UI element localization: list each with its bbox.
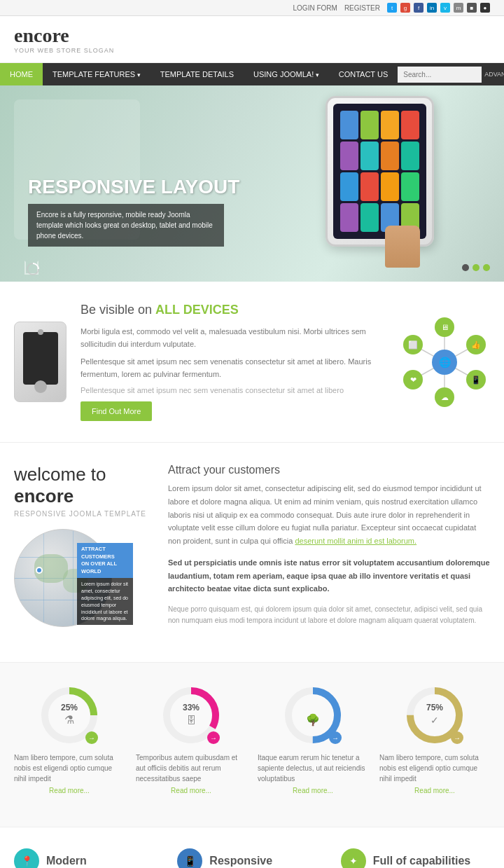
find-out-more-button[interactable]: Find Out More: [80, 401, 152, 421]
chart-readmore-1[interactable]: Read more...: [49, 787, 90, 794]
svg-text:33%: 33%: [183, 703, 200, 712]
donut-4: 75% ✓ →: [403, 684, 466, 747]
site-logo[interactable]: encore YOUR WEB STORE SLOGAN: [14, 25, 114, 54]
advanced-label[interactable]: ADVANCED: [482, 71, 504, 78]
chart-text-1: Nam libero tempore, cum soluta nobis est…: [14, 752, 125, 784]
feature-icon-3: ✦: [341, 848, 366, 868]
devices-text: Be visible on ALL DEVICES Morbi ligula e…: [80, 303, 385, 421]
feature-header-2: 📱 Responsive: [177, 848, 326, 868]
vimeo-icon[interactable]: v: [440, 3, 450, 13]
svg-text:25%: 25%: [61, 703, 78, 712]
feature-item-2: 📱 Responsive Lorem ipsum dolor sit amet,…: [177, 848, 326, 868]
hero-dot-2[interactable]: [472, 264, 479, 271]
devices-body2: Pellentesque sit amet ipsum nec sem vene…: [80, 356, 385, 380]
welcome-right: Attract your customers Lorem ipsum dolor…: [168, 464, 490, 641]
chart-item-3: 🌳 → Itaque earum rerum hic tenetur a sap…: [258, 684, 368, 794]
hero-description: Encore is a fully responsive, mobile rea…: [28, 204, 224, 247]
chart-readmore-2[interactable]: Read more...: [171, 787, 211, 794]
svg-text:🌐: 🌐: [439, 357, 451, 368]
feature-item-1: 📍 Modern Lorem ipsum dolor sit amet, con…: [14, 848, 163, 868]
misc-icon2[interactable]: ■: [467, 3, 477, 13]
nav-template-features[interactable]: TEMPLATE FEATURES: [43, 63, 150, 85]
attract-title: Attract your customers: [168, 464, 490, 476]
svg-text:✓: ✓: [430, 715, 439, 726]
hero-dot-1[interactable]: [462, 264, 469, 271]
main-content: Be visible on ALL DEVICES Morbi ligula e…: [0, 282, 504, 868]
donut-3: 🌳 →: [281, 684, 344, 747]
social-icons: t g f in v m ■ ●: [387, 3, 490, 13]
feature-icon-2: 📱: [177, 848, 202, 868]
search-container: ADVANCED 🔍: [398, 67, 504, 83]
attract-body2: Sed ut perspiciatis unde omnis iste natu…: [168, 556, 490, 595]
svg-text:🖥: 🖥: [441, 323, 449, 331]
nav-home[interactable]: HOME: [0, 63, 43, 85]
twitter-icon[interactable]: t: [387, 3, 397, 13]
devices-title-prefix: Be visible on: [80, 303, 155, 317]
hero-spinner: [24, 261, 38, 275]
search-input[interactable]: [398, 67, 482, 83]
logo-name: encore: [14, 25, 114, 47]
devices-title: Be visible on ALL DEVICES: [80, 303, 385, 317]
feature-title-3: Full of capabilities: [373, 855, 471, 867]
feature-icon-1: 📍: [14, 848, 39, 868]
nav-using-joomla[interactable]: USING JOOMLA!: [244, 63, 329, 85]
register-link[interactable]: REGISTER: [344, 4, 380, 12]
chart-text-2: Temporibus autem quibusdam et aut offici…: [136, 752, 246, 784]
misc-icon1[interactable]: m: [454, 3, 463, 13]
charts-section: 25% ⚗ → Nam libero tempore, cum soluta n…: [0, 663, 504, 827]
attract-link[interactable]: deserunt mollit anim id est laborum.: [295, 537, 416, 545]
svg-text:📱: 📱: [471, 375, 481, 385]
tablet-mockup: [326, 96, 434, 247]
welcome-section: welcome to encore RESPONSIVE JOOMLA TEMP…: [0, 443, 504, 663]
features-section: 📍 Modern Lorem ipsum dolor sit amet, con…: [0, 827, 504, 868]
features-grid: 📍 Modern Lorem ipsum dolor sit amet, con…: [14, 848, 490, 868]
network-diagram: 🌐 🖥 👍 📱 ☁ ❤ ⬜: [399, 317, 490, 408]
globe-body: Lorem ipsum dolor sit amet, consectetur …: [77, 578, 133, 625]
globe-visual: ATTRACT CUSTOMERS ON OVER ALL WORLD Lore…: [14, 529, 126, 641]
google-icon[interactable]: g: [400, 3, 410, 13]
device-image: [14, 322, 66, 402]
devices-section: Be visible on ALL DEVICES Morbi ligula e…: [0, 282, 504, 443]
chart-readmore-3[interactable]: Read more...: [293, 787, 333, 794]
nav-template-details[interactable]: TEMPLATE DETAILS: [150, 63, 244, 85]
misc-icon3[interactable]: ●: [480, 3, 490, 13]
hero-dot-3[interactable]: [483, 264, 490, 271]
svg-text:75%: 75%: [426, 703, 443, 712]
devices-link-text: Pellentesque sit amet ipsum nec sem vene…: [80, 386, 385, 394]
donut-2: 33% 🗄 →: [160, 684, 223, 747]
main-nav: HOME TEMPLATE FEATURES TEMPLATE DETAILS …: [0, 63, 504, 85]
hero-title: RESPONSIVE LAYOUT: [28, 176, 239, 198]
chart-text-3: Itaque earum rerum hic tenetur a sapient…: [258, 752, 368, 784]
svg-text:⚗: ⚗: [64, 714, 74, 726]
devices-body1: Morbi ligula est, commodo vel velit a, m…: [80, 326, 385, 350]
facebook-icon[interactable]: f: [414, 3, 424, 13]
hero-pagination: [462, 264, 490, 271]
chart-text-4: Nam libero tempore, cum soluta nobis est…: [379, 752, 490, 784]
svg-text:☁: ☁: [441, 393, 449, 401]
feature-title-2: Responsive: [209, 855, 272, 867]
svg-text:❤: ❤: [410, 376, 416, 384]
chart-item-4: 75% ✓ → Nam libero tempore, cum soluta n…: [379, 684, 490, 794]
chart-readmore-4[interactable]: Read more...: [414, 787, 455, 794]
hero-banner: RESPONSIVE LAYOUT Encore is a fully resp…: [0, 85, 504, 282]
feature-title-1: Modern: [46, 855, 87, 867]
attract-body1: Lorem ipsum dolor sit amet, consectetur …: [168, 482, 490, 547]
top-bar: LOGIN FORM REGISTER t g f in v m ■ ●: [0, 0, 504, 16]
feature-header-3: ✦ Full of capabilities: [341, 848, 490, 868]
attract-footer: Neque porro quisquam est, qui dolorem ip…: [168, 604, 490, 626]
feature-header-1: 📍 Modern: [14, 848, 163, 868]
logo-slogan: YOUR WEB STORE SLOGAN: [14, 47, 114, 54]
site-header: encore YOUR WEB STORE SLOGAN: [0, 16, 504, 63]
linkedin-icon[interactable]: in: [427, 3, 437, 13]
devices-title-highlight: ALL DEVICES: [155, 303, 239, 317]
charts-grid: 25% ⚗ → Nam libero tempore, cum soluta n…: [14, 684, 490, 794]
welcome-title: welcome to encore: [14, 464, 154, 507]
feature-item-3: ✦ Full of capabilities Lorem ipsum dolor…: [341, 848, 490, 868]
svg-text:🌳: 🌳: [306, 713, 320, 726]
donut-1: 25% ⚗ →: [38, 684, 101, 747]
login-link[interactable]: LOGIN FORM: [293, 4, 337, 12]
chart-item-1: 25% ⚗ → Nam libero tempore, cum soluta n…: [14, 684, 125, 794]
nav-contact[interactable]: CONTACT US: [329, 63, 398, 85]
globe-label: ATTRACT CUSTOMERS ON OVER ALL WORLD: [77, 543, 133, 578]
svg-text:👍: 👍: [471, 340, 481, 350]
